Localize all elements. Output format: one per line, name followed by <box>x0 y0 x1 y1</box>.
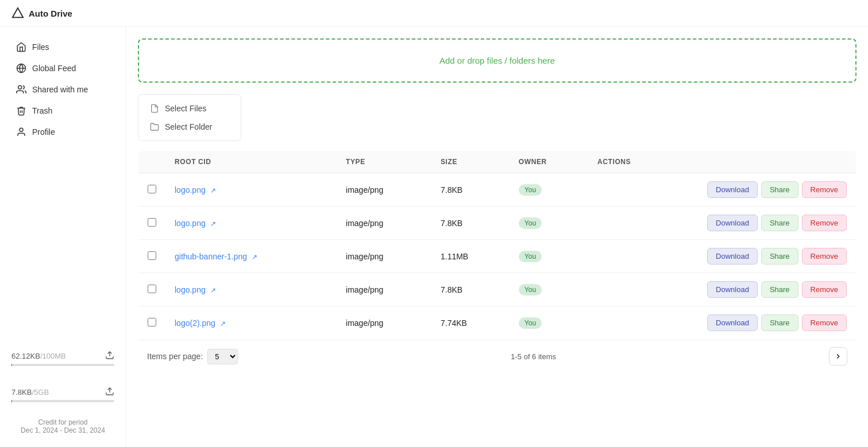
th-size: SIZE <box>431 151 510 173</box>
row-type-cell: image/png <box>337 240 431 273</box>
share-button-3[interactable]: Share <box>761 281 798 298</box>
pagination-bar: Items per page: 5 10 20 50 1-5 of 6 item… <box>138 340 857 372</box>
user-icon <box>16 127 26 137</box>
download-button-2[interactable]: Download <box>707 248 758 265</box>
download-button-3[interactable]: Download <box>707 281 758 298</box>
storage-section-1: 62.12KB/100MB <box>0 341 126 378</box>
row-name-cell: logo.png ↗ <box>165 207 337 240</box>
owner-badge-3: You <box>519 284 542 296</box>
remove-button-2[interactable]: Remove <box>802 248 847 265</box>
dropzone[interactable]: Add or drop files / folders here <box>138 38 857 83</box>
upload-icon-2[interactable] <box>105 387 114 398</box>
external-link-icon-2[interactable]: ↗ <box>252 253 257 261</box>
row-actions-cell: Download Share Remove <box>588 240 857 273</box>
external-link-icon-4[interactable]: ↗ <box>220 320 226 328</box>
download-button-4[interactable]: Download <box>707 314 758 331</box>
row-actions-cell: Download Share Remove <box>588 306 857 340</box>
svg-marker-0 <box>13 8 23 18</box>
select-files-label: Select Files <box>165 104 206 113</box>
row-size-cell: 7.8KB <box>431 207 510 240</box>
remove-button-4[interactable]: Remove <box>802 314 847 331</box>
items-per-page-control: Items per page: 5 10 20 50 <box>147 349 238 364</box>
row-owner-cell: You <box>510 240 588 273</box>
row-owner-cell: You <box>510 306 588 340</box>
row-checkbox-cell <box>138 306 166 340</box>
file-name-link-2[interactable]: github-banner-1.png <box>175 252 247 261</box>
sidebar-label-trash: Trash <box>32 106 52 115</box>
sidebar-item-files[interactable]: Files <box>5 37 121 57</box>
row-name-cell: logo(2).png ↗ <box>165 306 337 340</box>
storage-section-2: 7.8KB/5GB <box>0 378 126 414</box>
file-name-link-0[interactable]: logo.png <box>175 185 206 195</box>
download-button-0[interactable]: Download <box>707 181 758 198</box>
share-button-0[interactable]: Share <box>761 181 798 198</box>
sidebar-item-trash[interactable]: Trash <box>5 100 121 121</box>
row-checkbox-0[interactable] <box>148 185 156 193</box>
row-size-cell: 1.11MB <box>431 240 510 273</box>
storage1-bar-bg <box>11 364 114 366</box>
items-per-page-select[interactable]: 5 10 20 50 <box>207 349 238 364</box>
share-button-2[interactable]: Share <box>761 248 798 265</box>
select-folder-label: Select Folder <box>165 122 212 131</box>
remove-button-0[interactable]: Remove <box>802 181 847 198</box>
storage2-bar-bg <box>11 400 114 402</box>
select-files-option[interactable]: Select Files <box>138 99 241 118</box>
credit-section: Credit for period Dec 1, 2024 - Dec 31, … <box>0 414 126 439</box>
sidebar-item-shared-with-me[interactable]: Shared with me <box>5 79 121 100</box>
row-name-cell: logo.png ↗ <box>165 273 337 306</box>
external-link-icon-3[interactable]: ↗ <box>210 286 216 294</box>
owner-badge-0: You <box>519 184 542 196</box>
files-table: ROOT CID TYPE SIZE OWNER ACTIONS logo.pn… <box>138 150 857 340</box>
storage1-used: 62.12KB/100MB <box>11 352 66 360</box>
row-name-cell: logo.png ↗ <box>165 173 337 207</box>
row-owner-cell: You <box>510 173 588 207</box>
remove-button-3[interactable]: Remove <box>802 281 847 298</box>
file-options: Select Files Select Folder <box>138 94 241 141</box>
users-icon <box>16 84 26 95</box>
credit-period: Dec 1, 2024 - Dec 31, 2024 <box>11 426 114 434</box>
row-checkbox-4[interactable] <box>148 318 156 326</box>
table-row: logo.png ↗ image/png 7.8KB You Download … <box>138 273 857 306</box>
th-checkbox <box>138 151 166 173</box>
file-name-link-3[interactable]: logo.png <box>175 285 206 294</box>
select-folder-option[interactable]: Select Folder <box>138 118 241 136</box>
upload-icon-1[interactable] <box>105 351 114 362</box>
external-link-icon-0[interactable]: ↗ <box>210 186 216 195</box>
row-checkbox-3[interactable] <box>148 285 156 293</box>
row-type-cell: image/png <box>337 273 431 306</box>
th-type: TYPE <box>337 151 431 173</box>
row-checkbox-cell <box>138 273 166 306</box>
folder-icon <box>150 122 159 131</box>
row-checkbox-1[interactable] <box>148 218 156 227</box>
items-per-page-label: Items per page: <box>147 352 203 361</box>
remove-button-1[interactable]: Remove <box>802 215 847 231</box>
table-row: logo(2).png ↗ image/png 7.74KB You Downl… <box>138 306 857 340</box>
th-owner: OWNER <box>510 151 588 173</box>
app-logo-icon <box>11 7 24 20</box>
row-actions-cell: Download Share Remove <box>588 173 857 207</box>
sidebar-item-global-feed[interactable]: Global Feed <box>5 58 121 79</box>
row-checkbox-2[interactable] <box>148 251 156 260</box>
next-page-button[interactable] <box>829 347 847 366</box>
sidebar-label-profile: Profile <box>32 127 55 137</box>
sidebar: Files Global Feed Shared with <box>0 27 126 447</box>
sidebar-item-profile[interactable]: Profile <box>5 122 121 142</box>
file-name-link-4[interactable]: logo(2).png <box>175 318 215 328</box>
table-row: logo.png ↗ image/png 7.8KB You Download … <box>138 173 857 207</box>
app-title: Auto Drive <box>29 9 72 18</box>
sidebar-label-global-feed: Global Feed <box>32 64 76 73</box>
row-actions-cell: Download Share Remove <box>588 207 857 240</box>
storage2-used: 7.8KB/5GB <box>11 388 49 397</box>
trash-icon <box>16 106 26 116</box>
owner-badge-1: You <box>519 217 542 229</box>
download-button-1[interactable]: Download <box>707 215 758 231</box>
row-checkbox-cell <box>138 240 166 273</box>
dropzone-label: Add or drop files / folders here <box>439 56 555 65</box>
file-name-link-1[interactable]: logo.png <box>175 219 206 228</box>
row-size-cell: 7.8KB <box>431 273 510 306</box>
table-row: github-banner-1.png ↗ image/png 1.11MB Y… <box>138 240 857 273</box>
share-button-1[interactable]: Share <box>761 215 798 231</box>
share-button-4[interactable]: Share <box>761 314 798 331</box>
external-link-icon-1[interactable]: ↗ <box>210 220 216 228</box>
row-checkbox-cell <box>138 207 166 240</box>
